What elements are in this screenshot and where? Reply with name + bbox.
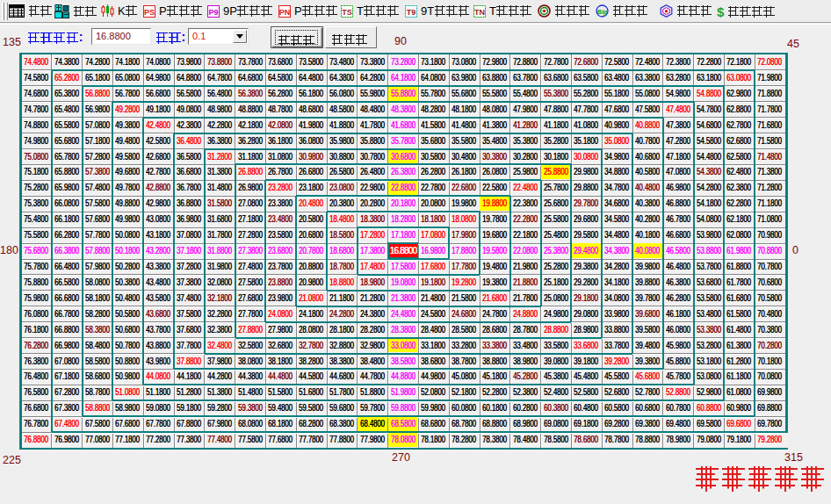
svg-text:PN: PN <box>279 7 291 16</box>
svg-text:P9: P9 <box>208 7 218 16</box>
svg-text:T9: T9 <box>407 7 416 16</box>
svg-text:TN: TN <box>474 7 485 16</box>
svg-text:TS: TS <box>342 7 352 16</box>
svg-text:PS: PS <box>144 7 155 16</box>
svg-text:Big: Big <box>597 9 608 16</box>
